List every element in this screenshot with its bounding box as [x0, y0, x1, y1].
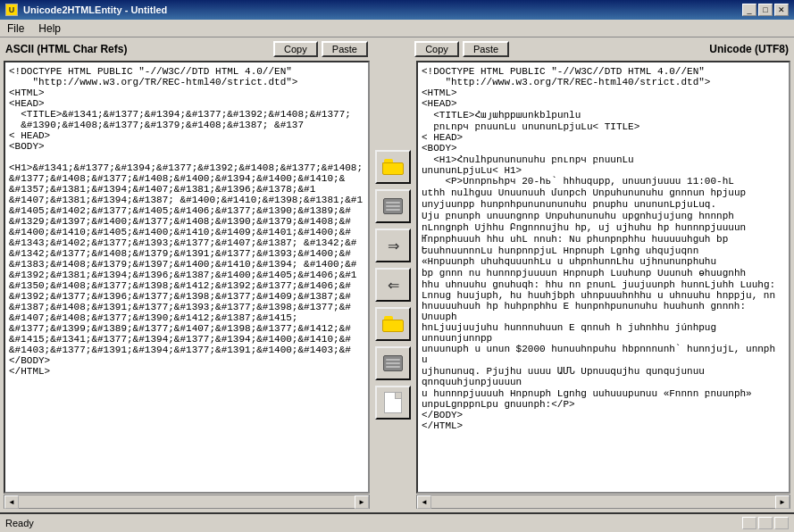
left-hscroll-track[interactable] [19, 498, 355, 505]
app-icon: U [5, 4, 18, 16]
right-hscroll-right[interactable]: ► [775, 495, 790, 509]
open-folder-button[interactable] [375, 150, 411, 184]
right-panel: ◄ ► [416, 61, 790, 509]
title-bar-left: U Unicode2HTMLEntity - Untitled [5, 4, 167, 16]
right-textarea-container [416, 61, 790, 494]
page-icon [384, 392, 402, 413]
window-title: Unicode2HTMLEntity - Untitled [23, 4, 167, 15]
right-hscroll-left[interactable]: ◄ [417, 495, 431, 509]
status-btn-1[interactable] [742, 517, 756, 529]
hdd-icon [383, 198, 403, 214]
minimize-button[interactable]: _ [742, 4, 756, 16]
status-btn-2[interactable] [758, 517, 773, 529]
right-copy-button[interactable]: Copy [414, 41, 459, 57]
folder-icon [382, 159, 404, 175]
middle-panel: ⇒ ⇐ [373, 61, 413, 509]
left-hscroll[interactable]: ◄ ► [4, 495, 370, 509]
new-page-button[interactable] [375, 386, 411, 420]
menu-help[interactable]: Help [35, 21, 64, 36]
left-paste-button[interactable]: Paste [322, 41, 368, 57]
right-panel-buttons: Copy Paste [414, 41, 509, 57]
toolbar-row: ASCII (HTML Char Refs) Copy Paste Copy P… [4, 41, 790, 57]
window-controls[interactable]: _ □ ✕ [742, 4, 789, 16]
left-panel-title: ASCII (HTML Char Refs) [5, 43, 127, 55]
left-hscroll-left[interactable]: ◄ [4, 495, 19, 509]
left-textarea[interactable] [5, 62, 368, 492]
title-bar: U Unicode2HTMLEntity - Untitled _ □ ✕ [0, 0, 794, 20]
menu-file[interactable]: File [4, 21, 28, 36]
convert-left-button[interactable]: ⇐ [375, 268, 411, 302]
open-folder-right-button[interactable] [375, 307, 411, 341]
left-hscroll-right[interactable]: ► [355, 495, 369, 509]
left-textarea-container [4, 61, 370, 494]
status-right-buttons [742, 517, 789, 529]
panels-container: ◄ ► ⇒ [4, 61, 790, 509]
arrow-right-icon: ⇒ [388, 237, 399, 254]
maximize-button[interactable]: □ [758, 4, 773, 16]
menu-bar: File Help [0, 20, 794, 37]
arrow-left-icon: ⇐ [388, 277, 399, 294]
left-copy-button[interactable]: Copy [273, 41, 318, 57]
right-panel-title: Unicode (UTF8) [709, 43, 789, 55]
save-hdd-right-button[interactable] [375, 346, 411, 380]
main-content: ASCII (HTML Char Refs) Copy Paste Copy P… [0, 37, 794, 512]
convert-right-button[interactable]: ⇒ [375, 229, 411, 262]
close-button[interactable]: ✕ [774, 4, 789, 16]
hdd-right-icon [383, 355, 403, 371]
folder-right-icon [382, 316, 404, 332]
left-panel-buttons: Copy Paste [273, 41, 368, 57]
status-bar: Ready [0, 512, 794, 532]
save-hdd-button[interactable] [375, 189, 411, 223]
status-btn-3[interactable] [774, 517, 789, 529]
right-hscroll[interactable]: ◄ ► [416, 495, 790, 509]
left-panel: ◄ ► [4, 61, 370, 509]
right-paste-button[interactable]: Paste [463, 41, 509, 57]
right-textarea[interactable] [418, 62, 789, 492]
status-text: Ready [5, 518, 34, 528]
right-hscroll-track[interactable] [431, 498, 775, 505]
